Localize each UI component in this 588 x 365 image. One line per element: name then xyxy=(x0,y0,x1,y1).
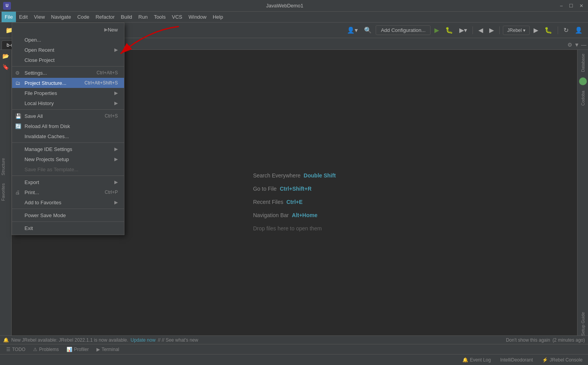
menu-item-settings[interactable]: ⚙ Settings... Ctrl+Alt+S xyxy=(12,68,124,78)
settings-icon: ⚙ xyxy=(15,70,20,76)
minimize-btn[interactable]: – xyxy=(558,3,564,9)
menu-item-exit[interactable]: Exit xyxy=(12,223,124,233)
menu-item-invalidate-caches[interactable]: Invalidate Caches... xyxy=(12,131,124,141)
project-structure-shortcut: Ctrl+Alt+Shift+S xyxy=(84,80,118,86)
menu-file[interactable]: File xyxy=(2,12,16,22)
sep1 xyxy=(12,66,124,67)
status-bar: 🔔 Event Log IntelliDeodorant ⚡ JRebel Co… xyxy=(0,354,588,365)
intelli-deodorant-label: IntelliDeodorant xyxy=(500,357,533,363)
menu-help[interactable]: Help xyxy=(210,12,226,22)
tab-icon-down[interactable]: ▼ xyxy=(574,42,579,48)
jrebel-console-btn[interactable]: ⚡ JRebel Console xyxy=(540,356,585,363)
menu-item-close-project[interactable]: Close Project xyxy=(12,55,124,65)
reload-icon: 🔄 xyxy=(15,123,21,129)
menu-item-export[interactable]: Export ▶ xyxy=(12,177,124,187)
toolbar-settings-icon[interactable]: 👤 xyxy=(572,25,585,35)
menu-item-print[interactable]: 🖨 Print... Ctrl+P xyxy=(12,187,124,197)
event-log-label: Event Log xyxy=(470,357,491,363)
menu-item-open-recent[interactable]: Open Recent ▶ xyxy=(12,45,124,55)
navigation-bar-row: Navigation Bar Alt+Home xyxy=(253,212,336,218)
maximize-btn[interactable]: ☐ xyxy=(567,3,575,9)
update-now-link[interactable]: Update now xyxy=(131,337,156,343)
bottom-tabs: ☰ TODO ⚠ Problems 📊 Profiler ▶ Terminal xyxy=(0,344,588,354)
profiler-icon: 📊 xyxy=(66,347,72,352)
favorites-arrow-icon: ▶ xyxy=(114,200,118,205)
event-log-btn[interactable]: 🔔 Event Log xyxy=(460,356,493,363)
menu-item-power-save-mode[interactable]: Power Save Mode xyxy=(12,210,124,220)
window-title: JavaWebDemo1 xyxy=(11,3,558,9)
codoba-label[interactable]: Codoba xyxy=(580,88,586,108)
sidebar-bookmark-icon[interactable]: 🔖 xyxy=(1,62,10,72)
database-label[interactable]: Database xyxy=(580,51,586,74)
window-controls: – ☐ ✕ xyxy=(558,3,585,9)
menu-edit[interactable]: Edit xyxy=(16,12,31,22)
new-projects-arrow-icon: ▶ xyxy=(114,156,118,162)
bottom-tab-problems[interactable]: ⚠ Problems xyxy=(30,346,62,353)
close-btn[interactable]: ✕ xyxy=(578,3,585,9)
menu-item-new-projects-setup[interactable]: New Projects Setup ▶ xyxy=(12,154,124,164)
export-arrow-icon: ▶ xyxy=(114,179,118,185)
menu-navigate[interactable]: Navigate xyxy=(48,12,74,22)
dismiss-link[interactable]: Don't show this again xyxy=(506,337,550,343)
sep5 xyxy=(12,209,124,209)
toolbar-sep2 xyxy=(472,26,473,34)
menu-refactor[interactable]: Refactor xyxy=(93,12,118,22)
sep2 xyxy=(12,109,124,110)
structure-vert-label[interactable]: Structure xyxy=(0,156,6,178)
toolbar-jrebel-run[interactable]: ▶ xyxy=(531,25,541,35)
toolbar-search-icon[interactable]: 🔍 xyxy=(362,25,374,35)
toolbar-debug-btn[interactable]: 🐛 xyxy=(443,25,455,35)
toolbar-profile-btn[interactable]: 👤▾ xyxy=(345,25,360,35)
jrebel-btn[interactable]: JRebel ▾ xyxy=(503,26,530,35)
drop-files-row: Drop files here to open them xyxy=(253,225,336,232)
menu-item-save-all[interactable]: 💾 Save All Ctrl+S xyxy=(12,111,124,121)
menu-item-local-history[interactable]: Local History ▶ xyxy=(12,98,124,108)
menu-build[interactable]: Build xyxy=(118,12,135,22)
toolbar-jrebel-debug[interactable]: 🐛 xyxy=(542,25,555,35)
bottom-tab-terminal[interactable]: ▶ Terminal xyxy=(93,346,122,353)
recent-files-row: Recent Files Ctrl+E xyxy=(253,199,336,205)
app-logo: U xyxy=(3,2,11,10)
bottom-tab-todo[interactable]: ☰ TODO xyxy=(3,346,28,353)
menu-run[interactable]: Run xyxy=(135,12,151,22)
menu-item-new[interactable]: ▶ New xyxy=(12,25,124,35)
sep3 xyxy=(12,142,124,143)
toolbar-run-btn[interactable]: ▶ xyxy=(432,25,441,35)
intelli-deodorant-btn[interactable]: IntelliDeodorant xyxy=(498,356,535,363)
toolbar-back-btn[interactable]: ◀ xyxy=(476,25,485,35)
toolbar-coverage-btn[interactable]: ▶▾ xyxy=(457,25,469,35)
file-menu-dropdown: ▶ New Open... Open Recent ▶ Close Projec… xyxy=(12,23,124,235)
jrebel-console-label: JRebel Console xyxy=(550,357,583,363)
menu-item-project-structure[interactable]: 🗂 Project Structure... Ctrl+Alt+Shift+S xyxy=(12,78,124,88)
menu-window[interactable]: Window xyxy=(186,12,210,22)
add-configuration-btn[interactable]: Add Configuration... xyxy=(376,25,430,35)
print-shortcut: Ctrl+P xyxy=(105,190,118,195)
right-sidebar: Database Codoba JRebel Setup Guide xyxy=(577,50,588,354)
local-history-arrow-icon: ▶ xyxy=(114,100,118,106)
tab-icon-minus[interactable]: — xyxy=(581,42,586,48)
menu-code[interactable]: Code xyxy=(74,12,93,22)
dismiss-time: (2 minutes ago) xyxy=(553,337,585,343)
menu-item-add-to-favorites[interactable]: Add to Favorites ▶ xyxy=(12,197,124,207)
menu-vcs[interactable]: VCS xyxy=(169,12,186,22)
problems-label: Problems xyxy=(39,347,59,352)
toolbar-right: 👤▾ 🔍 Add Configuration... ▶ 🐛 ▶▾ ◀ ▶ JRe… xyxy=(345,25,585,35)
todo-label: TODO xyxy=(12,347,25,352)
menu-item-reload-all[interactable]: 🔄 Reload All from Disk xyxy=(12,121,124,131)
new-arrow-icon: ▶ xyxy=(104,27,108,32)
menu-item-manage-ide-settings[interactable]: Manage IDE Settings ▶ xyxy=(12,144,124,154)
tab-icon-settings[interactable]: ⚙ xyxy=(567,42,572,48)
menu-item-file-properties[interactable]: File Properties ▶ xyxy=(12,88,124,98)
toolbar-forward-btn[interactable]: ▶ xyxy=(487,25,496,35)
bottom-tab-profiler[interactable]: 📊 Profiler xyxy=(63,346,92,353)
event-log-icon: 🔔 xyxy=(462,357,468,363)
sep4 xyxy=(12,175,124,176)
settings-shortcut: Ctrl+Alt+S xyxy=(96,70,118,75)
search-everywhere-row: Search Everywhere Double Shift xyxy=(253,172,336,179)
menu-view[interactable]: View xyxy=(31,12,48,22)
favorites-vert-label[interactable]: Favorites xyxy=(0,181,6,203)
menu-tools[interactable]: Tools xyxy=(151,12,169,22)
sidebar-project-icon[interactable]: 📂 xyxy=(1,51,10,61)
menu-item-open[interactable]: Open... xyxy=(12,35,124,45)
toolbar-update-icon[interactable]: ↻ xyxy=(561,25,571,35)
